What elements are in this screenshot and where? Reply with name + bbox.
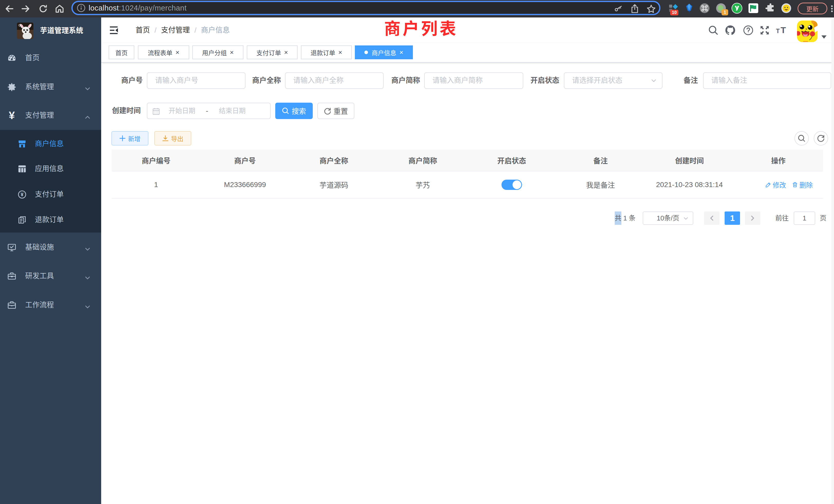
svg-text:T: T [781,25,786,35]
svg-text:T: T [776,27,780,35]
svg-text:¥: ¥ [21,191,24,197]
